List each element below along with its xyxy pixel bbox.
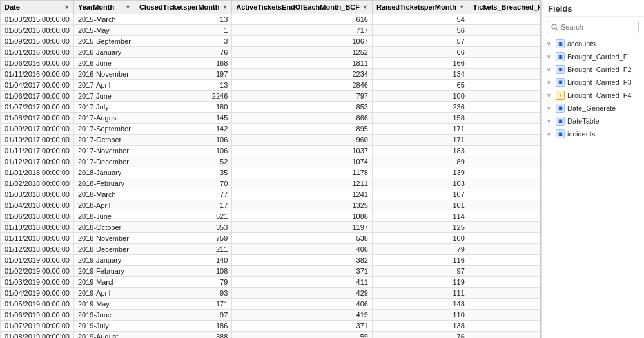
cell-date: 01/03/2015 00:00:00 [1,14,74,25]
cell-date: 01/08/2017 00:00:00 [1,113,74,124]
cell-raised_tickets: 171 [372,135,469,146]
col-header-tickets_breached_f[interactable]: Tickets_Breached_F▼ [469,1,541,14]
cell-raised_tickets: 139 [372,167,469,178]
cell-active_tickets: 419 [232,310,373,321]
field-item-date_generate[interactable]: ∨⊞Date_Generate [542,102,644,115]
cell-yearmonth: 2017-April [73,80,135,91]
fields-list: ∨⊞accounts∨⊞Brought_Carried_F∨⊞Brought_C… [542,37,644,338]
col-header-raised_tickets[interactable]: RaisedTicketsperMonth▼ [372,1,469,14]
sort-icon: ▼ [125,4,131,10]
cell-active_tickets: 411 [232,277,373,288]
cell-active_tickets: 406 [232,244,373,255]
cell-raised_tickets: 100 [372,233,469,244]
col-header-active_tickets[interactable]: ActiveTicketsEndOfEachMonth_BCF▼ [232,1,373,14]
cell-tickets_breached_f [469,266,541,277]
field-item-accounts[interactable]: ∨⊞accounts [542,37,644,50]
cell-closed_tickets: 70 [135,178,231,189]
cell-active_tickets: 429 [232,288,373,299]
cell-active_tickets: 797 [232,91,373,102]
sort-icon: ▼ [362,4,368,10]
cell-yearmonth: 2019-May [73,299,135,310]
cell-date: 01/06/2018 00:00:00 [1,211,74,222]
cell-active_tickets: 1037 [232,146,373,156]
cell-date: 01/10/2018 00:00:00 [1,222,74,233]
field-item-brought_carried_f3[interactable]: ∨⊞Brought_Carried_F3 [542,76,644,89]
cell-active_tickets: 1211 [232,178,373,189]
cell-tickets_breached_f: 1 [469,189,541,200]
cell-tickets_breached_f [469,321,541,332]
cell-date: 01/06/2019 00:00:00 [1,310,74,321]
cell-date: 01/04/2017 00:00:00 [1,80,74,91]
cell-date: 01/07/2019 00:00:00 [1,321,74,332]
table-icon: ⊞ [556,39,565,48]
cell-date: 01/06/2017 00:00:00 [1,91,74,102]
cell-closed_tickets: 93 [135,288,231,299]
table-icon: ⊞ [556,52,565,61]
field-item-datetable[interactable]: ∨⊞DateTable [542,115,644,127]
cell-tickets_breached_f [469,277,541,288]
cell-tickets_breached_f [469,25,541,36]
cell-active_tickets: 1178 [232,167,373,178]
cell-raised_tickets: 183 [372,146,469,156]
cell-closed_tickets: 108 [135,266,231,277]
field-item-brought_carried_f2[interactable]: ∨⊞Brought_Carried_F2 [542,63,644,76]
cell-yearmonth: 2017-November [73,146,135,156]
field-label: incidents [567,130,595,138]
chevron-icon: ∨ [547,131,553,137]
cell-raised_tickets: 236 [372,102,469,113]
search-box[interactable] [547,21,639,33]
table-icon: ⊞ [556,117,565,126]
cell-yearmonth: 2018-June [73,211,135,222]
cell-yearmonth: 2019-March [73,277,135,288]
cell-closed_tickets: 211 [135,244,231,255]
cell-yearmonth: 2018-March [73,189,135,200]
cell-closed_tickets: 97 [135,310,231,321]
cell-closed_tickets: 3 [135,36,231,47]
cell-active_tickets: 1241 [232,189,373,200]
cell-closed_tickets: 145 [135,113,231,124]
table-row: 01/04/2019 00:00:002019-April93429111100… [1,288,542,299]
cell-date: 01/12/2017 00:00:00 [1,156,74,167]
cell-closed_tickets: 140 [135,255,231,266]
cell-active_tickets: 616 [232,14,373,25]
cell-raised_tickets: 116 [372,255,469,266]
cell-tickets_breached_f: 1 [469,124,541,135]
cell-yearmonth: 2016-January [73,47,135,58]
field-label: Date_Generate [567,104,616,112]
cell-closed_tickets: 79 [135,277,231,288]
cell-yearmonth: 2017-July [73,102,135,113]
table-row: 01/01/2019 00:00:002019-January140382116… [1,255,542,266]
cell-active_tickets: 1067 [232,36,373,47]
table-icon: ⊞ [556,78,565,87]
field-label: Brought_Carried_F [567,53,628,61]
table-row: 01/01/2018 00:00:002018-January351178139… [1,167,542,178]
field-item-incidents[interactable]: ∨⊞incidents [542,127,644,140]
search-input[interactable] [561,23,634,31]
field-item-brought_carried_f[interactable]: ∨⊞Brought_Carried_F [542,50,644,63]
table-row: 01/08/2017 00:00:002017-August1458661587… [1,113,542,124]
cell-active_tickets: 2846 [232,80,373,91]
chevron-icon: ∨ [547,92,553,99]
data-table-area[interactable]: Date▼YearMonth▼ClosedTicketsperMonth▼Act… [0,0,541,338]
col-header-closed_tickets[interactable]: ClosedTicketsperMonth▼ [135,1,231,14]
cell-date: 01/05/2015 00:00:00 [1,25,74,36]
cell-raised_tickets: 103 [372,178,469,189]
field-label: DateTable [567,117,600,125]
table-row: 01/10/2018 00:00:002018-October353119712… [1,222,542,233]
cell-raised_tickets: 57 [372,36,469,47]
cell-active_tickets: 1252 [232,47,373,58]
cell-closed_tickets: 77 [135,189,231,200]
cell-yearmonth: 2018-January [73,167,135,178]
field-item-brought_carried_f4[interactable]: ∨!Brought_Carried_F4 [542,89,644,102]
col-header-date[interactable]: Date▼ [1,1,74,14]
col-header-yearmonth[interactable]: YearMonth▼ [73,1,135,14]
cell-raised_tickets: 125 [372,222,469,233]
cell-yearmonth: 2019-February [73,266,135,277]
table-row: 01/06/2018 00:00:002018-June521108611401… [1,211,542,222]
cell-active_tickets: 382 [232,255,373,266]
cell-date: 01/09/2017 00:00:00 [1,124,74,135]
cell-raised_tickets: 166 [372,58,469,69]
cell-yearmonth: 2015-March [73,14,135,25]
cell-tickets_breached_f [469,167,541,178]
cell-closed_tickets: 180 [135,102,231,113]
